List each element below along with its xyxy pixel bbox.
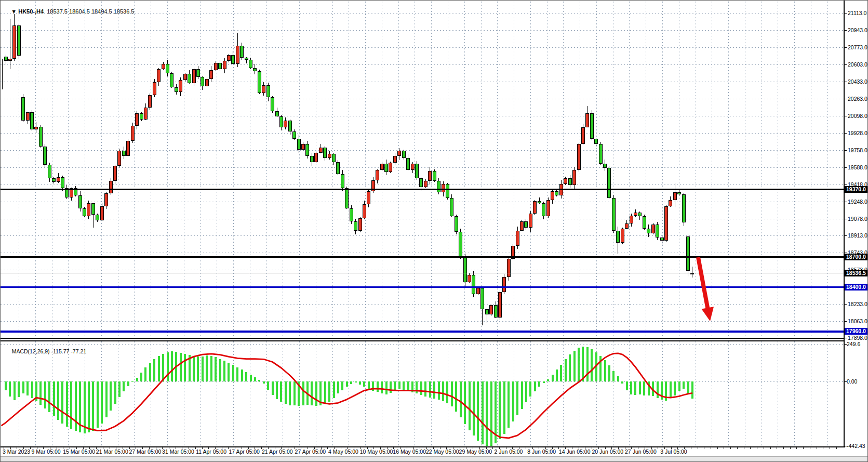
candle [314, 153, 318, 162]
macd-histogram-bar [429, 381, 431, 398]
macd-histogram-bar [595, 352, 597, 381]
candle [643, 216, 646, 228]
candle [476, 288, 480, 294]
price-axis-label: 19758.0 [848, 147, 867, 153]
time-axis-tick [691, 447, 691, 449]
macd-histogram-bar [678, 381, 680, 391]
macd-histogram-bar [573, 351, 576, 381]
candle [157, 69, 161, 82]
macd-histogram-bar [398, 381, 400, 389]
time-axis-tick [704, 447, 704, 449]
macd-histogram-bar [670, 381, 672, 398]
macd-histogram-bar [105, 381, 108, 417]
price-axis-tick [844, 235, 847, 236]
macd-histogram-bar [512, 381, 514, 421]
candle-wick [2, 59, 3, 89]
candle [669, 200, 672, 206]
candle [502, 277, 506, 292]
candle [288, 121, 292, 131]
macd-histogram-bar [272, 381, 274, 395]
candle [245, 58, 248, 60]
candle [104, 193, 108, 206]
macd-histogram-bar [167, 352, 169, 381]
price-badge: 18536.5 [845, 270, 868, 276]
macd-histogram-bar [158, 356, 160, 381]
candle [253, 68, 257, 71]
candle [389, 163, 392, 171]
ohlc-low: 18494.5 [91, 8, 112, 15]
candle [367, 191, 370, 204]
time-axis-tick [698, 447, 698, 449]
price-axis-tick [844, 338, 847, 338]
macd-histogram-bar [477, 381, 479, 441]
candle [271, 97, 274, 111]
price-axis-tick [844, 304, 847, 305]
time-axis-tick [526, 447, 526, 449]
time-axis-label: 15 Mar 05:00 [63, 448, 95, 455]
candle [240, 46, 244, 58]
candle [275, 111, 279, 116]
horizontal-gridline [1, 167, 844, 168]
macd-histogram-bar [586, 347, 589, 381]
macd-histogram-bar [328, 381, 330, 402]
time-axis-label: 17 Apr 05:00 [229, 448, 260, 455]
vertical-gridline [415, 341, 415, 446]
macd-histogram-bar [61, 381, 63, 424]
macd-histogram-bar [110, 381, 112, 411]
macd-histogram-bar [569, 354, 571, 381]
candle [468, 275, 471, 282]
macd-histogram-bar [420, 381, 422, 395]
vertical-gridline [646, 341, 646, 446]
macd-histogram-bar [634, 381, 636, 395]
price-axis-label: 18913.0 [848, 232, 867, 239]
horizontal-line-object[interactable] [1, 273, 844, 273]
price-badge: 19370.0 [845, 186, 868, 193]
candle [651, 225, 655, 233]
candle [30, 112, 34, 129]
macd-histogram-bar [543, 381, 545, 383]
horizontal-line-object[interactable] [1, 331, 844, 333]
time-axis-tick [803, 447, 804, 449]
down-arrow-shaft[interactable] [698, 257, 708, 310]
time-axis-label: 21 Apr 05:00 [262, 448, 293, 455]
horizontal-line-object[interactable] [1, 286, 844, 288]
horizontal-line-object[interactable] [1, 256, 844, 258]
symbol-dropdown-icon[interactable]: ▼ [11, 8, 17, 15]
panel-separator[interactable] [1, 338, 844, 341]
candle [384, 164, 388, 172]
macd-histogram-bar [258, 380, 260, 381]
macd-histogram-bar [101, 381, 103, 424]
candle [292, 131, 296, 139]
bottom-scroll-strip[interactable] [1, 456, 868, 462]
candle [4, 57, 8, 61]
candle [572, 170, 576, 185]
candle [109, 181, 113, 193]
macd-histogram-bar [547, 379, 549, 381]
vertical-gridline [679, 341, 679, 446]
macd-histogram-bar [355, 381, 357, 382]
candle [664, 206, 668, 241]
horizontal-line-object[interactable] [1, 189, 844, 190]
candle [594, 139, 598, 144]
macd-histogram-bar [140, 373, 142, 381]
time-axis-label: 3 Mar 2023 [3, 448, 30, 455]
time-axis-tick [730, 447, 731, 449]
candle [201, 77, 204, 86]
price-axis-label: 17898.0 [848, 335, 867, 341]
candle [214, 63, 218, 70]
macd-histogram-bar [390, 381, 392, 393]
vertical-gridline [827, 341, 828, 446]
candle [590, 113, 594, 139]
time-axis-label: 8 Jun 05:00 [527, 448, 556, 455]
candle [533, 201, 537, 213]
time-axis-label: 4 May 05:00 [328, 448, 358, 455]
time-axis-tick [750, 447, 751, 449]
macd-histogram-bar [324, 381, 326, 404]
macd-histogram-bar [149, 363, 151, 381]
time-axis-label: 9 Mar 05:00 [32, 448, 61, 455]
macd-histogram-bar [560, 365, 562, 381]
candle [677, 192, 681, 194]
macd-histogram-bar [241, 369, 243, 381]
candle [166, 64, 169, 73]
candle [57, 177, 60, 182]
